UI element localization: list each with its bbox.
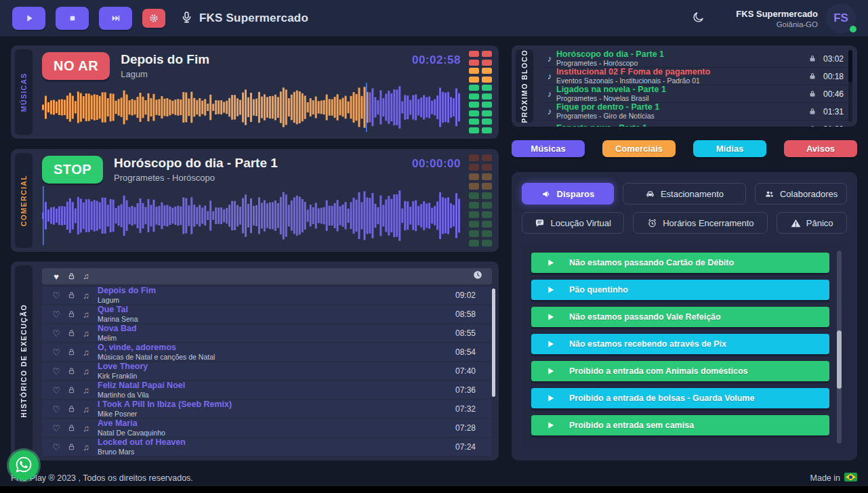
microphone-icon xyxy=(180,11,193,26)
category-button-musicas[interactable]: Músicas xyxy=(512,140,585,157)
account[interactable]: FKS Supermercado Goiânia-GO FS xyxy=(736,3,856,33)
settings-icon xyxy=(149,14,159,23)
history-row[interactable]: ♡ ♫ Ó, vinde, adoremos Músicas de Natal … xyxy=(42,343,492,361)
announcement-button[interactable]: Pão quentinho xyxy=(531,280,829,300)
next-block-strip: PRÓXIMO BLOCO xyxy=(516,49,533,123)
history-scrollbar[interactable] xyxy=(492,288,495,397)
play-icon xyxy=(547,341,554,347)
favorite-icon[interactable]: ♡ xyxy=(49,328,64,339)
history-row[interactable]: ♡ ♫ Feliz Natal Papai Noel Martinho da V… xyxy=(42,381,492,399)
remaining-timer: 00:02:58 xyxy=(412,51,461,67)
music-note-icon: ♫ xyxy=(79,328,94,339)
favorite-icon[interactable]: ♡ xyxy=(49,366,64,377)
play-button[interactable] xyxy=(12,7,45,30)
favorite-icon[interactable]: ♡ xyxy=(49,385,64,395)
next-block-label: PRÓXIMO BLOCO xyxy=(520,49,529,123)
announcement-button[interactable]: Não estamos recebendo através de Pix xyxy=(531,334,829,354)
dark-mode-toggle[interactable] xyxy=(692,11,705,26)
lock-icon[interactable] xyxy=(64,443,79,451)
tab-disparos[interactable]: Disparos xyxy=(522,183,614,205)
stop-badge[interactable]: STOP xyxy=(42,156,103,184)
main: MÚSICAS NO AR Depois do Fim Lagum 00:02:… xyxy=(0,37,868,470)
queued-title[interactable]: Fique por dentro - Parte 1 xyxy=(556,103,804,112)
lock-icon[interactable] xyxy=(64,310,79,318)
vu-cell xyxy=(482,211,492,218)
queued-title[interactable]: Horóscopo do dia - Parte 1 xyxy=(556,50,804,59)
next-block-item[interactable]: ♪ Fique por dentro - Parte 1 Programetes… xyxy=(541,103,852,121)
tab-horarios-encerramento[interactable]: Horários Encerramento xyxy=(633,212,768,234)
announcements-scrollbar[interactable] xyxy=(837,251,842,444)
announcement-button[interactable]: Proibido a entrada de bolsas - Guarda Vo… xyxy=(531,388,829,408)
song-title[interactable]: Locked out of Heaven xyxy=(98,438,455,448)
song-title[interactable]: Ó, vinde, adoremos xyxy=(98,343,455,353)
favorite-icon[interactable]: ♡ xyxy=(49,309,64,320)
next-block-item[interactable]: ♪ Horóscopo do dia - Parte 1 Programetes… xyxy=(541,50,852,68)
song-title[interactable]: Nova Bad xyxy=(98,324,455,334)
lock-column-icon xyxy=(64,272,79,280)
tab-label: Colaboradores xyxy=(780,189,838,199)
whatsapp-button[interactable] xyxy=(9,450,39,480)
play-icon xyxy=(547,422,554,429)
music-note-icon: ♫ xyxy=(79,404,94,414)
vu-cell xyxy=(469,192,479,199)
history-header: ♥ ♫ xyxy=(42,268,492,284)
lock-icon[interactable] xyxy=(64,291,79,299)
lock-icon[interactable] xyxy=(64,386,79,394)
song-title[interactable]: Que Tal xyxy=(98,305,455,315)
song-title[interactable]: Feliz Natal Papai Noel xyxy=(98,381,455,391)
favorite-icon[interactable]: ♡ xyxy=(49,347,64,358)
tab-locucao-virtual[interactable]: Locução Virtual xyxy=(522,212,624,234)
lock-icon[interactable] xyxy=(64,367,79,375)
next-block-item[interactable]: ♪ Esporte news - Parte 1 01:22 xyxy=(541,121,852,127)
queued-title[interactable]: Ligados na novela - Parte 1 xyxy=(556,85,804,94)
history-row[interactable]: ♡ ♫ Nova Bad Melim 08:55 xyxy=(42,324,492,342)
vu-cell xyxy=(469,110,479,116)
history-row[interactable]: ♡ ♫ Ave Maria Natal De Cavaquinho 07:28 xyxy=(42,419,492,437)
lock-icon[interactable] xyxy=(808,107,817,116)
announcement-button[interactable]: Não estamos passando Cartão de Débito xyxy=(531,253,829,273)
favorite-icon[interactable]: ♡ xyxy=(49,442,64,452)
history-row[interactable]: ♡ ♫ Depois do Fim Lagum 09:02 xyxy=(42,286,492,304)
lock-icon[interactable] xyxy=(64,329,79,337)
lock-icon[interactable] xyxy=(64,405,79,413)
skip-next-button[interactable] xyxy=(99,7,132,30)
waveform-musicas[interactable] xyxy=(42,83,461,132)
lock-icon[interactable] xyxy=(64,348,79,356)
category-button-avisos[interactable]: Avisos xyxy=(784,140,857,157)
stop-button[interactable] xyxy=(56,7,89,30)
history-row[interactable]: ♡ ♫ Que Tal Marina Sena 08:58 xyxy=(42,305,492,323)
favorite-icon[interactable]: ♡ xyxy=(49,404,64,414)
song-title[interactable]: Depois do Fim xyxy=(98,286,455,296)
song-title[interactable]: I Took A Pill In Ibiza (Seeb Remix) xyxy=(98,400,455,410)
settings-button[interactable] xyxy=(142,9,165,28)
history-row[interactable]: ♡ ♫ I Took A Pill In Ibiza (Seeb Remix) … xyxy=(42,400,492,418)
next-block-item[interactable]: ♪ Institucional 02 F Foma de pagamento E… xyxy=(541,68,852,85)
tab-colaboradores[interactable]: Colaboradores xyxy=(755,183,847,205)
queued-title[interactable]: Institucional 02 F Foma de pagamento xyxy=(556,68,804,77)
song-title[interactable]: Ave Maria xyxy=(98,419,455,429)
waveform-comercial[interactable] xyxy=(42,186,461,245)
category-button-comerciais[interactable]: Comerciais xyxy=(602,140,676,157)
lock-icon[interactable] xyxy=(64,424,79,432)
announcement-button[interactable]: Proibido a entrada com Animais doméstico… xyxy=(531,361,829,381)
musicas-section-strip: MÚSICAS xyxy=(15,49,33,135)
category-button-midias[interactable]: Mídias xyxy=(693,140,766,157)
next-block-item[interactable]: ♪ Ligados na novela - Parte 1 Programete… xyxy=(541,85,852,103)
favorite-icon[interactable]: ♡ xyxy=(49,423,64,433)
next-block-scrollbar[interactable] xyxy=(848,50,852,122)
played-time: 08:58 xyxy=(455,309,482,319)
history-row[interactable]: ♡ ♫ Locked out of Heaven Bruno Mars 07:2… xyxy=(42,438,492,456)
lock-icon[interactable] xyxy=(808,54,817,63)
song-title[interactable]: Love Theory xyxy=(98,362,455,372)
lock-icon[interactable] xyxy=(808,72,817,81)
history-row[interactable]: ♡ ♫ Love Theory Kirk Franklin 07:40 xyxy=(42,362,492,380)
announcement-button[interactable]: Proibido a entrada sem camisa xyxy=(531,415,829,435)
tab-estacionamento[interactable]: Estacionamento xyxy=(623,183,747,205)
favorite-icon[interactable]: ♡ xyxy=(49,291,64,301)
lock-icon[interactable] xyxy=(808,89,817,98)
tab-panico[interactable]: Pânico xyxy=(777,212,847,234)
announcement-button[interactable]: Não estamos passando Vale Refeição xyxy=(531,307,829,327)
avatar[interactable]: FS xyxy=(826,3,856,33)
queued-title[interactable]: Esporte news - Parte 1 xyxy=(556,124,804,127)
lock-icon[interactable] xyxy=(808,125,817,127)
